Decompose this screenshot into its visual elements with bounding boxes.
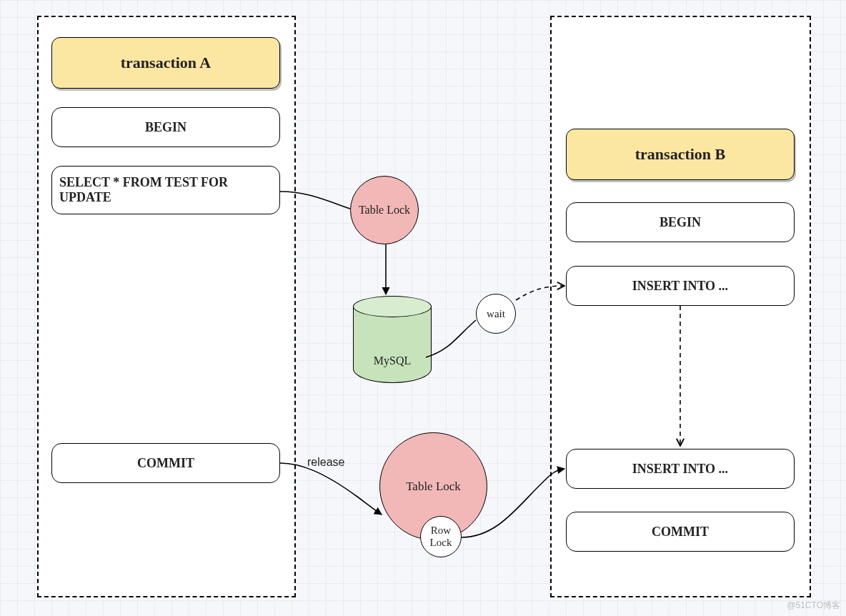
transaction-a-title: transaction A — [51, 37, 280, 89]
transaction-b-container — [550, 16, 811, 597]
tx-a-step-select: SELECT * FROM TEST FOR UPDATE — [51, 166, 280, 214]
tx-a-step-begin: BEGIN — [51, 107, 280, 147]
transaction-b-title: transaction B — [566, 129, 795, 180]
transaction-a-container — [37, 16, 296, 597]
tx-a-step-commit: COMMIT — [51, 443, 280, 483]
mysql-db: MySQL — [353, 296, 432, 383]
row-lock: Row Lock — [420, 516, 462, 557]
release-label: release — [307, 456, 344, 469]
table-lock-1: Table Lock — [350, 176, 419, 244]
wait-node: wait — [476, 294, 516, 334]
tx-b-step-insert1: INSERT INTO ... — [566, 266, 795, 306]
watermark-text: @51CTO博客 — [787, 600, 840, 612]
tx-b-step-insert2: INSERT INTO ... — [566, 449, 795, 489]
tx-b-step-commit: COMMIT — [566, 512, 795, 552]
tx-b-step-begin: BEGIN — [566, 202, 795, 242]
